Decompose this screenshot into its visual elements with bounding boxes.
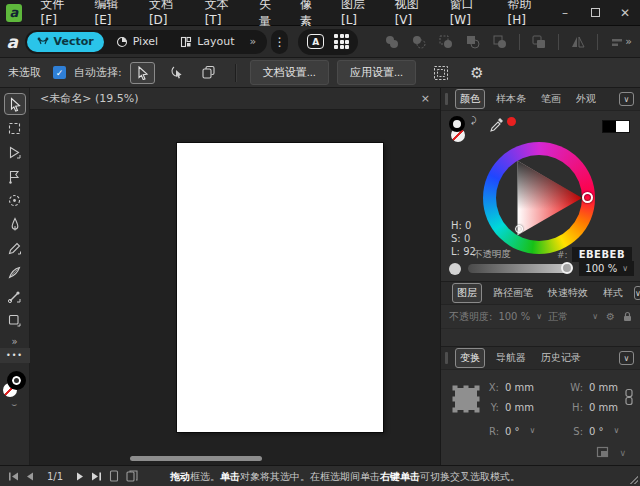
- tab-swatches[interactable]: 样本条: [492, 90, 530, 108]
- pen-tool[interactable]: [4, 213, 26, 235]
- fill-swatch[interactable]: [7, 371, 26, 390]
- transform-extra-chevron-icon[interactable]: ∨: [619, 448, 626, 458]
- color-wheel[interactable]: [483, 142, 595, 254]
- opacity-swatch[interactable]: [449, 263, 461, 275]
- select-mode-cursor-button[interactable]: [130, 62, 155, 84]
- tab-layers[interactable]: 图层: [452, 283, 482, 303]
- w-field[interactable]: 0 mm: [589, 382, 618, 393]
- panel-drag-grip[interactable]: [445, 93, 448, 105]
- app-settings-button[interactable]: 应用设置...: [337, 60, 416, 85]
- triangle-marker[interactable]: [515, 225, 523, 233]
- rectangle-tool[interactable]: [4, 309, 26, 331]
- s-field[interactable]: 0 °: [589, 426, 604, 437]
- panel-menu-chevron-icon[interactable]: ∨: [634, 286, 640, 300]
- hex-value-field[interactable]: EBEBEB: [572, 247, 632, 262]
- boolean-add-icon[interactable]: [384, 34, 400, 50]
- vector-brush-tool[interactable]: [4, 261, 26, 283]
- persona-options-kebab-icon[interactable]: ⋮: [271, 30, 288, 54]
- eyedropper-icon[interactable]: [489, 117, 505, 133]
- r-field[interactable]: 0 °: [505, 426, 520, 437]
- blend-options-gear-icon[interactable]: ⚙: [606, 311, 615, 322]
- boolean-subtract-icon[interactable]: [411, 34, 427, 50]
- stroke-style-indicator-icon[interactable]: ⌣: [12, 399, 18, 410]
- anchor-point-selector[interactable]: [451, 384, 481, 414]
- document-tab-close-icon[interactable]: ×: [411, 92, 440, 105]
- persona-layout[interactable]: Layout: [170, 32, 244, 52]
- point-transform-tool[interactable]: [4, 189, 26, 211]
- tab-transform[interactable]: 变换: [455, 348, 485, 368]
- settings-gear-button[interactable]: ⚙: [466, 62, 488, 84]
- more-tools-icon[interactable]: »: [11, 336, 17, 347]
- align-icon[interactable]: [609, 34, 625, 50]
- document-tab[interactable]: <未命名> (19.5%): [30, 91, 411, 106]
- document-page[interactable]: [177, 143, 383, 432]
- select-mode-group-button[interactable]: [196, 62, 221, 84]
- tab-history[interactable]: 历史记录: [537, 349, 585, 367]
- tab-styles[interactable]: 样式: [599, 284, 627, 302]
- opacity-slider-knob[interactable]: [561, 262, 573, 274]
- page-single-icon[interactable]: [109, 470, 119, 482]
- duplicate-icon[interactable]: [531, 34, 547, 50]
- panel-fill-stroke-swatches[interactable]: ⤸: [449, 116, 479, 142]
- panel-menu-chevron-icon[interactable]: ∨: [619, 92, 634, 106]
- last-page-icon[interactable]: [91, 472, 102, 481]
- layers-opacity-value[interactable]: 100 %: [498, 311, 530, 322]
- h-field[interactable]: 0 mm: [589, 402, 618, 413]
- lock-icon[interactable]: [623, 311, 632, 322]
- tab-path-brushes[interactable]: 路径画笔: [489, 284, 537, 302]
- flip-icon[interactable]: [570, 34, 586, 50]
- boolean-divide-icon[interactable]: [465, 34, 481, 50]
- s-chevron-icon[interactable]: ∨: [614, 426, 620, 437]
- color-triangle[interactable]: [496, 155, 582, 241]
- tab-color[interactable]: 颜色: [455, 89, 485, 109]
- prev-page-icon[interactable]: [26, 472, 34, 481]
- blend-mode-value[interactable]: 正常: [548, 310, 568, 324]
- layers-opacity-chevron-icon[interactable]: ∨: [536, 312, 542, 321]
- maximize-button[interactable]: [580, 0, 610, 26]
- pencil-tool[interactable]: [4, 237, 26, 259]
- layers-list-empty[interactable]: [441, 329, 640, 347]
- snapping-grid-icon[interactable]: [334, 34, 349, 49]
- fill-tool[interactable]: [4, 285, 26, 307]
- tab-navigator[interactable]: 导航器: [492, 349, 530, 367]
- node-tool[interactable]: [4, 141, 26, 163]
- panel-drag-grip[interactable]: [445, 352, 448, 364]
- boolean-combine-icon[interactable]: [492, 34, 508, 50]
- persona-pixel[interactable]: Pixel: [106, 32, 168, 52]
- r-chevron-icon[interactable]: ∨: [530, 426, 536, 437]
- margins-button[interactable]: [430, 62, 452, 84]
- opacity-chevron-icon[interactable]: ∨: [622, 264, 628, 273]
- persona-vector[interactable]: Vector: [27, 32, 104, 52]
- opacity-slider[interactable]: [468, 264, 572, 273]
- move-tool[interactable]: [4, 93, 26, 115]
- minimize-button[interactable]: –: [550, 0, 580, 26]
- auto-select-checkbox[interactable]: ✓: [53, 66, 66, 79]
- document-settings-button[interactable]: 文档设置...: [250, 60, 329, 85]
- page-spread-icon[interactable]: [126, 470, 138, 482]
- y-field[interactable]: 0 mm: [505, 402, 534, 413]
- fill-stroke-swatches[interactable]: [3, 371, 27, 397]
- panel-menu-chevron-icon[interactable]: ∨: [619, 351, 634, 365]
- horizontal-scrollbar[interactable]: [130, 456, 262, 461]
- panel-fill-swatch[interactable]: [449, 116, 465, 132]
- corner-tool[interactable]: [4, 165, 26, 187]
- opacity-value-field[interactable]: 100 % ∨: [579, 261, 634, 276]
- tab-stroke[interactable]: 笔画: [537, 90, 565, 108]
- tab-quick-fx[interactable]: 快速特效: [544, 284, 592, 302]
- tools-ellipsis-icon[interactable]: •••: [0, 348, 30, 363]
- blend-mode-chevron-icon[interactable]: ∨: [592, 312, 598, 321]
- grayscale-swatch[interactable]: [602, 120, 630, 133]
- select-artboard-button[interactable]: A: [307, 34, 324, 49]
- picked-color-dot[interactable]: [507, 117, 516, 126]
- overlap-squares-icon[interactable]: [596, 446, 611, 459]
- swap-colors-icon[interactable]: ⤸: [471, 115, 476, 126]
- toolbar-overflow-icon[interactable]: »: [625, 35, 632, 48]
- first-page-icon[interactable]: [8, 472, 19, 481]
- artboard-tool[interactable]: [4, 117, 26, 139]
- tab-appearance[interactable]: 外观: [572, 90, 600, 108]
- persona-overflow-icon[interactable]: »: [247, 35, 260, 48]
- select-mode-object-button[interactable]: [163, 62, 188, 84]
- canvas-viewport[interactable]: [30, 110, 440, 465]
- boolean-intersect-icon[interactable]: [438, 34, 454, 50]
- x-field[interactable]: 0 mm: [505, 382, 534, 393]
